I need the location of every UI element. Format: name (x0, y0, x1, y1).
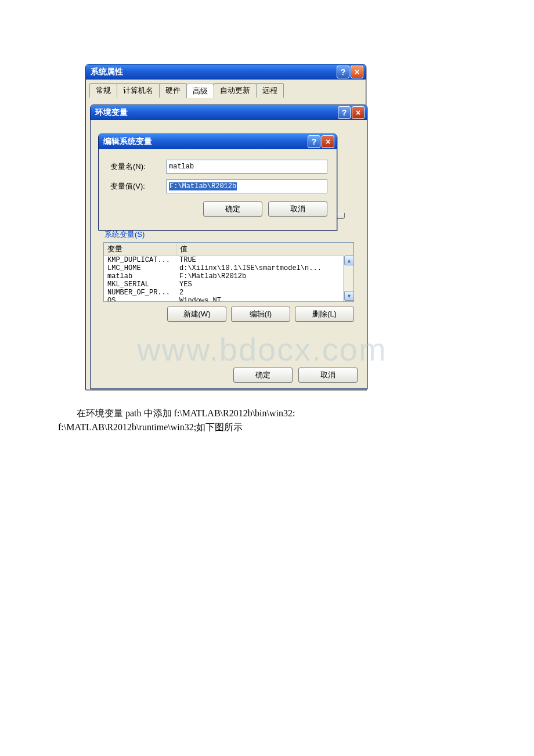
caption-text: 在环境变量 path 中添加 f:\MATLAB\R2012b\bin\win3… (58, 406, 430, 434)
variable-name-label: 变量名(N): (110, 161, 166, 172)
tab-advanced[interactable]: 高级 (186, 84, 214, 98)
edit-dialog-titlebar[interactable]: 编辑系统变量 ? × (99, 134, 337, 149)
list-item[interactable]: NUMBER_OF_PR...2 (104, 289, 353, 297)
edit-system-variable-dialog: 编辑系统变量 ? × 变量名(N): matlab 变量值(V): F:\Mat… (98, 134, 337, 231)
system-properties-titlebar[interactable]: 系统属性 ? × (86, 64, 366, 80)
cancel-button[interactable]: 取消 (298, 368, 358, 383)
tab-computer-name[interactable]: 计算机名 (117, 83, 160, 98)
list-item[interactable]: matlabF:\Matlab\R2012b (104, 272, 353, 280)
list-item[interactable]: KMP_DUPLICAT...TRUE (104, 256, 353, 264)
variable-name-input[interactable]: matlab (166, 160, 327, 174)
list-item[interactable]: OSWindows_NT (104, 297, 353, 301)
system-vars-button-row: 新建(W) 编辑(I) 删除(L) (99, 307, 354, 322)
watermark: www.bdocx.com (137, 330, 387, 368)
tab-strip: 常规 计算机名 硬件 高级 自动更新 远程 (89, 83, 366, 98)
tab-remote[interactable]: 远程 (256, 83, 284, 98)
variable-value-label: 变量值(V): (110, 181, 166, 192)
edit-dialog-body: 变量名(N): matlab 变量值(V): F:\Matlab\R2012b … (99, 149, 337, 222)
list-header[interactable]: 变量 值 (104, 243, 353, 256)
scroll-up-icon[interactable]: ▲ (344, 255, 354, 265)
variable-value-input[interactable]: F:\Matlab\R2012b (166, 179, 327, 193)
close-icon[interactable]: × (322, 135, 334, 148)
list-item[interactable]: MKL_SERIALYES (104, 280, 353, 289)
delete-button[interactable]: 删除(L) (295, 307, 354, 322)
new-button[interactable]: 新建(W) (167, 307, 226, 322)
system-variables-list[interactable]: 变量 值 KMP_DUPLICAT...TRUE LMC_HOMEd:\Xili… (103, 242, 354, 302)
tab-general[interactable]: 常规 (89, 83, 117, 98)
close-icon[interactable]: × (351, 66, 363, 78)
list-item[interactable]: LMC_HOMEd:\Xilinx\10.1\ISE\smartmodel\n.… (104, 264, 353, 272)
tab-hardware[interactable]: 硬件 (159, 83, 187, 98)
caption-line-1: 在环境变量 path 中添加 f:\MATLAB\R2012b\bin\win3… (58, 406, 430, 420)
close-icon[interactable]: × (352, 106, 365, 119)
system-properties-title: 系统属性 (91, 67, 335, 77)
screenshot: 系统属性 ? × 常规 计算机名 硬件 高级 自动更新 远程 环境变量 ? × (85, 64, 366, 389)
edit-button[interactable]: 编辑(I) (231, 307, 290, 322)
scroll-down-icon[interactable]: ▼ (344, 291, 354, 301)
edit-dialog-buttons: 确定 取消 (110, 201, 327, 217)
help-icon[interactable]: ? (308, 135, 320, 148)
column-name-header[interactable]: 变量 (104, 243, 176, 255)
help-icon[interactable]: ? (338, 106, 351, 119)
scrollbar[interactable]: ▲ ▼ (343, 255, 353, 301)
ok-button[interactable]: 确定 (233, 368, 293, 383)
system-variables-label: 系统变量(S) (104, 229, 359, 240)
list-body[interactable]: KMP_DUPLICAT...TRUE LMC_HOMEd:\Xilinx\10… (104, 256, 353, 301)
edit-dialog-title: 编辑系统变量 (103, 136, 306, 147)
help-icon[interactable]: ? (337, 66, 349, 78)
column-value-header[interactable]: 值 (176, 243, 353, 255)
env-titlebar[interactable]: 环境变量 ? × (91, 105, 367, 120)
ok-button[interactable]: 确定 (203, 201, 262, 217)
env-title: 环境变量 (95, 107, 337, 118)
env-bottom-buttons: 确定 取消 (91, 368, 367, 383)
cancel-button[interactable]: 取消 (268, 201, 327, 217)
caption-line-2: f:\MATLAB\R2012b\runtime\win32;如下图所示 (58, 422, 243, 432)
tab-auto-update[interactable]: 自动更新 (214, 83, 257, 98)
